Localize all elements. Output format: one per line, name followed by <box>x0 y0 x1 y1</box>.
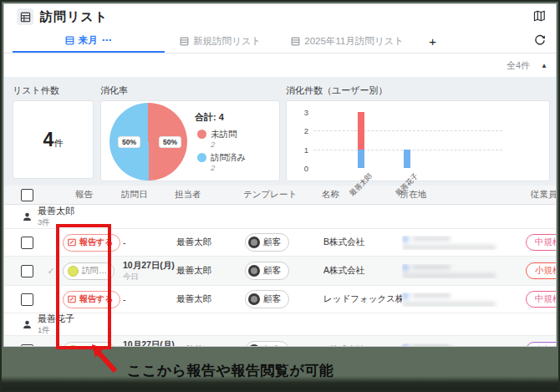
company-name: A株式会社 <box>322 265 402 277</box>
col-location: 所在地 <box>400 189 524 201</box>
size-badge: 大規模 <box>526 342 556 347</box>
bar-segment <box>358 150 364 168</box>
stats-section: リスト件数 消化率 消化件数（ユーザー別） 4件 50% 50% 合計: 4 未… <box>4 77 556 186</box>
y-tick: 0 <box>297 164 308 173</box>
table-row[interactable]: 報告する - 最善太郎 顧客 B株式会社 中規模 <box>4 229 556 257</box>
customer-icon <box>248 293 260 305</box>
owner-name: 最善太郎 <box>176 293 245 305</box>
app-header: 訪問リスト <box>4 4 556 29</box>
owner-name: 最善花子 <box>176 344 245 347</box>
template-badge: 顧客 <box>245 341 289 347</box>
customer-icon <box>248 237 260 248</box>
visit-date: 10月27日(月) <box>123 339 176 347</box>
pie-total-label: 合計: 4 <box>195 111 224 124</box>
bar-segment <box>358 112 364 150</box>
add-tab-button[interactable]: + <box>419 29 446 53</box>
visit-date: - <box>121 294 176 304</box>
y-tick: 2 <box>297 126 308 135</box>
row-checkbox[interactable] <box>21 293 33 306</box>
screenshot-canvas: 訪問リスト 来月 ⋯ 新規訪問リスト 2025年11月訪問リスト + <box>0 0 560 392</box>
select-all-checkbox[interactable] <box>21 189 33 201</box>
list-summary-row: 全4件 ▲ <box>4 53 556 77</box>
report-icon <box>68 238 76 247</box>
customer-icon <box>248 344 260 347</box>
tab-label: 来月 <box>79 34 98 47</box>
map-icon[interactable] <box>533 10 546 22</box>
visited-status-icon <box>68 266 79 277</box>
user-icon <box>23 320 32 329</box>
list-count-value: 4 <box>43 129 54 150</box>
col-visit-date: 訪問日 <box>121 189 175 201</box>
legend-dot-visited <box>197 153 206 162</box>
list-count-unit: 件 <box>53 138 63 148</box>
tab-more-icon[interactable]: ⋯ <box>102 34 113 46</box>
list-tab-icon <box>180 37 189 46</box>
col-template: テンプレート <box>243 189 320 201</box>
total-count: 全4件 <box>507 59 530 72</box>
company-name: C株式会社 <box>322 344 402 347</box>
tab-active[interactable]: 来月 ⋯ <box>13 29 165 53</box>
app-window: 訪問リスト 来月 ⋯ 新規訪問リスト 2025年11月訪問リスト + <box>3 3 557 347</box>
y-tick: 3 <box>297 108 308 117</box>
page-title: 訪問リスト <box>40 9 108 25</box>
tab-2025-11-visit-list[interactable]: 2025年11月訪問リスト <box>276 29 419 53</box>
legend-value-unvisited: 2 <box>211 140 215 149</box>
group-user-name: 最善太郎 <box>38 206 74 217</box>
per-user-label: 消化件数（ユーザー別） <box>286 84 388 97</box>
visit-list-icon <box>17 8 33 25</box>
bar-plot: 3 2 1 0 最善太郎最善花子 <box>287 101 549 181</box>
annotation-text: ここから報告や報告閲覧が可能 <box>127 361 333 380</box>
company-name: B株式会社 <box>322 237 402 248</box>
company-name: レッドフォックス株式会社 <box>322 293 402 305</box>
gridline <box>313 130 502 131</box>
rate-card: 50% 50% 合計: 4 未訪問 2 訪問済み 2 <box>100 100 280 181</box>
row-checkbox[interactable] <box>21 265 33 277</box>
col-owner: 担当者 <box>175 189 243 201</box>
visit-report-button[interactable]: 訪問… <box>63 342 115 348</box>
list-count-card: 4件 <box>13 100 94 179</box>
legend-label-visited: 訪問済み <box>211 152 246 164</box>
table-row[interactable]: 報告する - 最善太郎 顧客 レッドフォックス株式会社 中規模 <box>4 286 556 313</box>
location-icon <box>402 236 409 242</box>
row-checkbox[interactable] <box>21 344 33 348</box>
table-header-row: 報告 訪問日 担当者 テンプレート 名称 所在地 従業員規模 <box>4 186 556 205</box>
size-badge: 小規模 <box>526 262 556 279</box>
location-icon <box>402 344 409 348</box>
template-badge: 顧客 <box>245 233 289 252</box>
owner-name: 最善太郎 <box>176 265 245 277</box>
location-blurred <box>402 293 526 307</box>
row-checkbox[interactable] <box>21 237 33 249</box>
visited-status-icon <box>68 345 79 348</box>
visit-date: 10月27日(月) <box>123 260 176 272</box>
list-count-label: リスト件数 <box>13 84 59 97</box>
collapse-icon[interactable]: ▲ <box>541 62 547 69</box>
pie-percent-label: 50% <box>159 136 181 148</box>
size-badge: 中規模 <box>526 234 556 251</box>
user-icon <box>23 212 32 221</box>
report-button[interactable]: 報告する <box>63 234 120 252</box>
table-row[interactable]: ✓ 訪問… 10月27日(月) 今日 最善太郎 顧客 A株式会社 小規模 <box>4 257 556 286</box>
done-check: ✓ <box>43 345 59 348</box>
report-button[interactable]: 報告する <box>63 291 120 308</box>
group-count: 1件 <box>38 325 74 334</box>
annotation-arrow <box>85 343 124 376</box>
per-user-card: 3 2 1 0 最善太郎最善花子 <box>286 100 550 181</box>
customer-icon <box>248 265 260 277</box>
list-tab-icon <box>65 36 74 45</box>
report-icon <box>68 295 76 303</box>
visit-report-button[interactable]: 訪問… <box>63 262 115 280</box>
rate-label: 消化率 <box>100 84 128 97</box>
done-check: ✓ <box>43 266 59 277</box>
col-size: 従業員規模 <box>524 189 556 201</box>
location-blurred <box>402 236 526 250</box>
tab-label: 2025年11月訪問リスト <box>304 35 404 48</box>
owner-name: 最善太郎 <box>176 237 245 248</box>
legend-dot-unvisited <box>197 130 206 139</box>
table-row[interactable]: ✓ 訪問… 10月27日(月) 今日 最善花子 顧客 C株式会社 大規模 <box>4 336 556 347</box>
refresh-icon[interactable] <box>534 34 546 46</box>
location-icon <box>402 264 409 271</box>
group-header: 最善太郎 3件 <box>4 205 556 229</box>
pie-percent-label: 50% <box>118 136 140 148</box>
tab-new-visit-list[interactable]: 新規訪問リスト <box>165 29 276 53</box>
location-icon <box>402 293 409 299</box>
